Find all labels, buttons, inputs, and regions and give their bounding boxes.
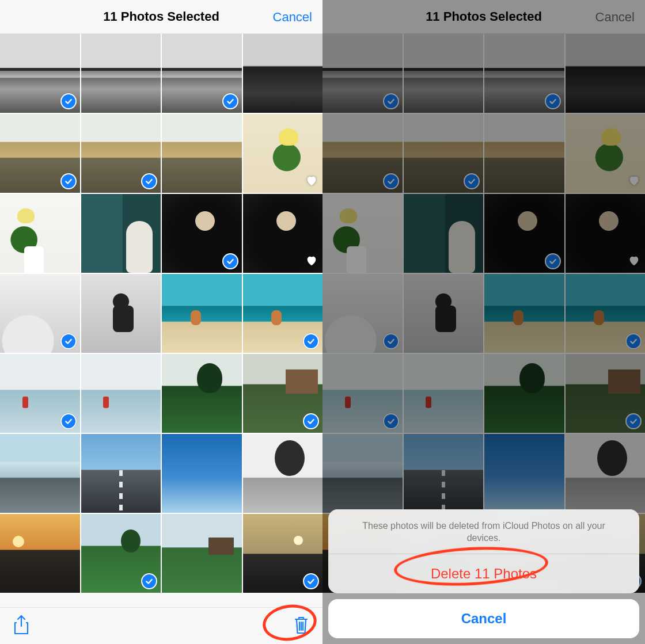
- photo-thumbnail[interactable]: [162, 274, 242, 353]
- selected-check-icon: [60, 333, 77, 349]
- phone-screen-right: 11 Photos Selected Cancel These photos w…: [322, 0, 645, 644]
- photo-thumbnail[interactable]: [566, 434, 646, 513]
- selected-check-icon: [383, 93, 399, 109]
- photo-thumbnail[interactable]: [243, 514, 323, 593]
- action-sheet-group: These photos will be deleted from iCloud…: [328, 509, 639, 593]
- photo-thumbnail[interactable]: [81, 34, 161, 113]
- photo-thumbnail[interactable]: [322, 354, 403, 433]
- photo-thumbnail[interactable]: [404, 34, 484, 113]
- selected-check-icon: [60, 173, 77, 189]
- photo-thumbnail[interactable]: [162, 514, 242, 593]
- photo-thumbnail[interactable]: [0, 194, 80, 273]
- photo-thumbnail[interactable]: [566, 274, 646, 353]
- photo-thumbnail[interactable]: [322, 274, 403, 353]
- bottom-toolbar: [0, 607, 322, 644]
- selected-check-icon: [545, 93, 561, 109]
- photo-thumbnail[interactable]: [243, 434, 323, 513]
- selected-check-icon: [303, 333, 319, 349]
- photo-thumbnail[interactable]: [566, 34, 646, 113]
- favorite-heart-icon: [305, 254, 318, 269]
- selected-check-icon: [625, 333, 642, 349]
- photo-thumbnail[interactable]: [404, 434, 484, 513]
- nav-title: 11 Photos Selected: [426, 9, 542, 24]
- favorite-heart-icon: [628, 174, 640, 189]
- photo-thumbnail[interactable]: [484, 194, 564, 273]
- comparison-stage: 11 Photos Selected Cancel 11: [0, 0, 645, 644]
- photo-thumbnail[interactable]: [0, 434, 80, 513]
- photo-thumbnail[interactable]: [0, 514, 80, 593]
- photo-thumbnail[interactable]: [81, 274, 161, 353]
- photo-thumbnail[interactable]: [81, 434, 161, 513]
- selected-check-icon: [222, 253, 238, 269]
- selected-check-icon: [545, 253, 561, 269]
- photo-thumbnail[interactable]: [243, 34, 323, 113]
- photo-thumbnail[interactable]: [404, 274, 484, 353]
- photo-thumbnail[interactable]: [162, 194, 242, 273]
- photo-grid[interactable]: [0, 34, 322, 593]
- photo-thumbnail[interactable]: [81, 514, 161, 593]
- photo-thumbnail[interactable]: [81, 194, 161, 273]
- photo-thumbnail[interactable]: [0, 354, 80, 433]
- photo-thumbnail[interactable]: [566, 194, 646, 273]
- photo-thumbnail[interactable]: [0, 34, 80, 113]
- selected-check-icon: [222, 93, 238, 109]
- selected-check-icon: [303, 573, 319, 589]
- photo-thumbnail[interactable]: [322, 114, 403, 193]
- photo-thumbnail[interactable]: [322, 434, 403, 513]
- favorite-heart-icon: [305, 174, 318, 189]
- photo-thumbnail[interactable]: [484, 354, 564, 433]
- photo-thumbnail[interactable]: [0, 274, 80, 353]
- cancel-button-disabled: Cancel: [595, 0, 635, 34]
- selected-check-icon: [141, 173, 157, 189]
- photo-thumbnail[interactable]: [0, 114, 80, 193]
- photo-thumbnail[interactable]: [484, 34, 564, 113]
- navigation-bar: 11 Photos Selected Cancel: [0, 0, 322, 34]
- favorite-heart-icon: [628, 254, 640, 269]
- photo-thumbnail[interactable]: [322, 34, 403, 113]
- selected-check-icon: [141, 573, 157, 589]
- selected-check-icon: [625, 413, 642, 429]
- photo-thumbnail[interactable]: [404, 194, 484, 273]
- photo-thumbnail[interactable]: [404, 114, 484, 193]
- phone-screen-left: 11 Photos Selected Cancel: [0, 0, 322, 644]
- navigation-bar: 11 Photos Selected Cancel: [322, 0, 645, 34]
- photo-thumbnail[interactable]: [404, 354, 484, 433]
- share-icon[interactable]: [13, 615, 30, 638]
- photo-thumbnail[interactable]: [243, 274, 323, 353]
- photo-thumbnail[interactable]: [162, 34, 242, 113]
- photo-thumbnail[interactable]: [81, 354, 161, 433]
- photo-thumbnail[interactable]: [243, 114, 323, 193]
- photo-thumbnail[interactable]: [484, 114, 564, 193]
- action-sheet-message: These photos will be deleted from iCloud…: [328, 509, 639, 554]
- nav-title: 11 Photos Selected: [103, 9, 219, 24]
- photo-thumbnail[interactable]: [162, 354, 242, 433]
- selected-check-icon: [383, 173, 399, 189]
- selected-check-icon: [464, 173, 480, 189]
- photo-thumbnail[interactable]: [162, 434, 242, 513]
- selected-check-icon: [383, 333, 399, 349]
- photo-thumbnail[interactable]: [243, 354, 323, 433]
- selected-check-icon: [60, 413, 77, 429]
- action-sheet-cancel-button[interactable]: Cancel: [328, 599, 639, 638]
- selected-check-icon: [383, 413, 399, 429]
- photo-thumbnail[interactable]: [566, 354, 646, 433]
- photo-thumbnail[interactable]: [566, 114, 646, 193]
- selected-check-icon: [303, 413, 319, 429]
- photo-thumbnail[interactable]: [243, 194, 323, 273]
- selected-check-icon: [60, 93, 77, 109]
- photo-thumbnail[interactable]: [81, 114, 161, 193]
- delete-photos-button[interactable]: Delete 11 Photos: [328, 554, 639, 593]
- action-sheet: These photos will be deleted from iCloud…: [328, 509, 639, 638]
- trash-icon[interactable]: [293, 615, 310, 638]
- photo-thumbnail[interactable]: [162, 114, 242, 193]
- photo-thumbnail[interactable]: [322, 194, 403, 273]
- photo-thumbnail[interactable]: [484, 274, 564, 353]
- cancel-button[interactable]: Cancel: [273, 0, 312, 34]
- photo-thumbnail[interactable]: [484, 434, 564, 513]
